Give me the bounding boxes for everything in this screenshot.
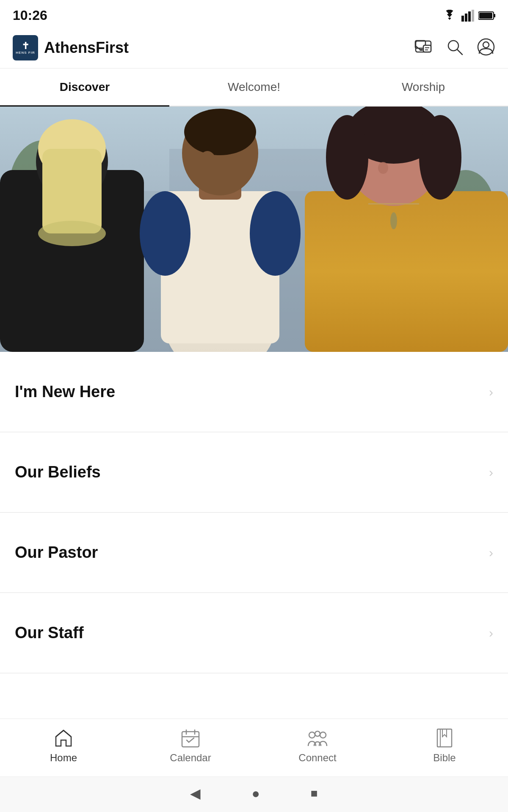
svg-rect-6	[479, 13, 492, 19]
content-list: I'm New Here › Our Beliefs › Our Pastor …	[0, 352, 508, 719]
arrow-icon: ›	[489, 385, 493, 399]
list-item-staff[interactable]: Our Staff ›	[0, 593, 508, 673]
tab-discover[interactable]: Discover	[0, 69, 169, 106]
android-back-button[interactable]: ◀	[190, 785, 201, 801]
hero-image	[0, 107, 508, 352]
nav-calendar[interactable]: Calendar	[165, 727, 216, 764]
svg-point-51	[320, 732, 326, 738]
nav-home[interactable]: Home	[38, 727, 89, 764]
svg-rect-1	[465, 14, 467, 22]
search-button[interactable]	[445, 38, 464, 58]
calendar-label: Calendar	[170, 752, 211, 764]
svg-point-45	[390, 212, 397, 229]
svg-rect-3	[472, 10, 474, 22]
calendar-icon	[180, 727, 201, 749]
connect-label: Connect	[298, 752, 336, 764]
battery-icon	[478, 11, 495, 20]
svg-line-16	[457, 49, 462, 55]
android-home-button[interactable]: ●	[251, 786, 260, 801]
list-item-pastor[interactable]: Our Pastor ›	[0, 513, 508, 593]
connect-icon	[307, 727, 328, 749]
tab-worship[interactable]: Worship	[339, 69, 508, 106]
status-bar: 10:26	[0, 0, 508, 27]
profile-button[interactable]	[477, 38, 495, 58]
svg-point-43	[378, 162, 388, 174]
svg-rect-0	[461, 16, 464, 22]
nav-bible[interactable]: Bible	[419, 727, 470, 764]
bible-label: Bible	[433, 752, 456, 764]
arrow-icon: ›	[489, 465, 493, 480]
bottom-nav: Home Calendar Connect Bible	[0, 719, 508, 776]
svg-rect-53	[437, 729, 452, 747]
list-item-new-here[interactable]: I'm New Here ›	[0, 352, 508, 432]
svg-rect-12	[423, 45, 431, 52]
nav-connect[interactable]: Connect	[292, 727, 343, 764]
svg-rect-2	[468, 11, 471, 22]
app-title: AthensFirst	[44, 39, 129, 57]
svg-point-50	[309, 732, 315, 738]
svg-point-32	[250, 191, 301, 276]
arrow-icon: ›	[489, 626, 493, 640]
svg-point-41	[326, 115, 368, 200]
tab-bar: Discover Welcome! Worship	[0, 69, 508, 107]
svg-rect-5	[494, 14, 495, 17]
svg-point-42	[419, 115, 461, 200]
android-recent-button[interactable]: ■	[311, 787, 318, 800]
header: ✝ HENS FIR AthensFirst	[0, 27, 508, 69]
chat-button[interactable]	[414, 38, 433, 58]
svg-point-52	[315, 731, 320, 736]
android-nav-bar: ◀ ● ■	[0, 776, 508, 812]
svg-rect-46	[182, 732, 199, 747]
hero-svg	[0, 107, 508, 352]
bible-icon	[434, 727, 455, 749]
svg-point-28	[38, 221, 106, 246]
status-icons	[442, 10, 495, 22]
app-logo: ✝ HENS FIR	[13, 35, 38, 60]
svg-point-18	[483, 42, 489, 48]
wifi-icon	[442, 10, 457, 22]
svg-point-35	[184, 109, 256, 155]
status-time: 10:26	[13, 8, 47, 23]
tab-welcome[interactable]: Welcome!	[169, 69, 339, 106]
svg-rect-37	[305, 191, 508, 352]
svg-point-36	[199, 151, 216, 172]
header-actions	[414, 38, 495, 58]
home-label: Home	[50, 752, 77, 764]
svg-point-17	[478, 39, 494, 55]
arrow-icon: ›	[489, 546, 493, 560]
signal-icon	[461, 10, 474, 22]
header-left: ✝ HENS FIR AthensFirst	[13, 35, 129, 60]
list-item-beliefs[interactable]: Our Beliefs ›	[0, 432, 508, 513]
svg-point-31	[140, 191, 190, 276]
svg-rect-8	[420, 49, 422, 50]
home-icon	[53, 727, 74, 749]
